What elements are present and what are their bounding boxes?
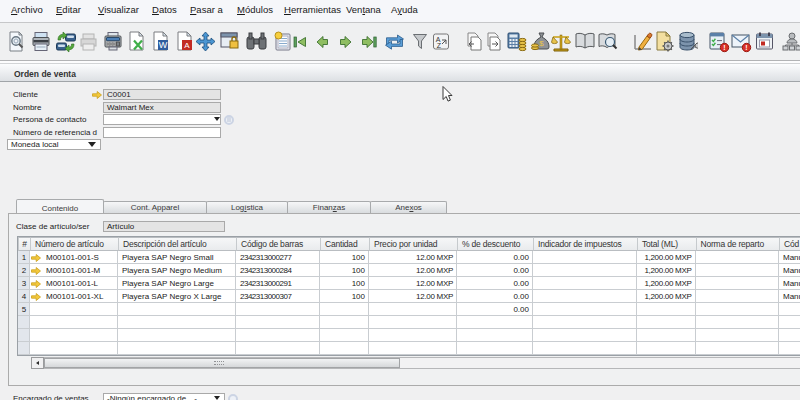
svg-text:!: ! bbox=[723, 44, 725, 51]
svg-text:W: W bbox=[159, 40, 168, 50]
svg-text:!: ! bbox=[745, 44, 747, 51]
svg-text:$: $ bbox=[539, 39, 544, 48]
svg-text:A: A bbox=[184, 41, 190, 50]
svg-text:Z: Z bbox=[437, 42, 442, 49]
